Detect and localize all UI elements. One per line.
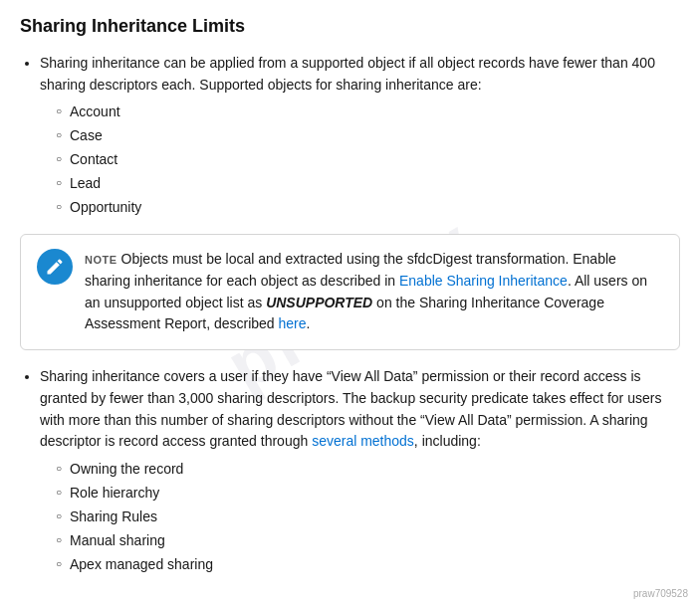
method-name: Owning the record	[70, 461, 183, 477]
page-title: Sharing Inheritance Limits	[20, 16, 680, 37]
second-list-item: Sharing inheritance covers a user if the…	[40, 366, 680, 575]
supported-objects-list: Account Case Contact Lead Opportunity	[40, 101, 680, 218]
method-name: Sharing Rules	[70, 508, 157, 524]
second-content-list: Sharing inheritance covers a user if the…	[20, 366, 680, 575]
list-item: Case	[56, 125, 680, 146]
intro-list-item: Sharing inheritance can be applied from …	[40, 53, 680, 218]
edit-icon	[45, 257, 65, 277]
object-name: Case	[70, 127, 103, 143]
enable-sharing-inheritance-link[interactable]: Enable Sharing Inheritance	[399, 273, 568, 289]
list-item: Apex managed sharing	[56, 554, 680, 575]
object-name: Account	[70, 103, 120, 119]
note-icon	[37, 249, 73, 285]
note-text-end: .	[307, 315, 311, 331]
object-name: Opportunity	[70, 199, 141, 215]
list-item: Lead	[56, 173, 680, 194]
method-name: Apex managed sharing	[70, 556, 213, 572]
here-link[interactable]: here	[279, 315, 307, 331]
second-paragraph-end: , including:	[414, 433, 481, 449]
list-item: Sharing Rules	[56, 506, 680, 527]
object-name: Lead	[70, 175, 101, 191]
unsupported-text: UNSUPPORTED	[266, 295, 372, 310]
methods-list: Owning the record Role hierarchy Sharing…	[40, 459, 680, 575]
note-box: NOTEObjects must be local and extracted …	[20, 234, 680, 350]
list-item: Contact	[56, 149, 680, 170]
list-item: Role hierarchy	[56, 483, 680, 504]
list-item: Owning the record	[56, 459, 680, 480]
method-name: Role hierarchy	[70, 485, 159, 501]
footer-id: praw709528	[633, 588, 688, 599]
note-content: NOTEObjects must be local and extracted …	[85, 249, 663, 335]
list-item: Opportunity	[56, 197, 680, 218]
main-content-list: Sharing inheritance can be applied from …	[20, 53, 680, 218]
several-methods-link[interactable]: several methods	[312, 433, 414, 449]
list-item: Manual sharing	[56, 530, 680, 551]
note-label: NOTE	[85, 254, 117, 266]
list-item: Account	[56, 101, 680, 122]
method-name: Manual sharing	[70, 532, 165, 548]
intro-text: Sharing inheritance can be applied from …	[40, 55, 655, 93]
object-name: Contact	[70, 151, 117, 167]
